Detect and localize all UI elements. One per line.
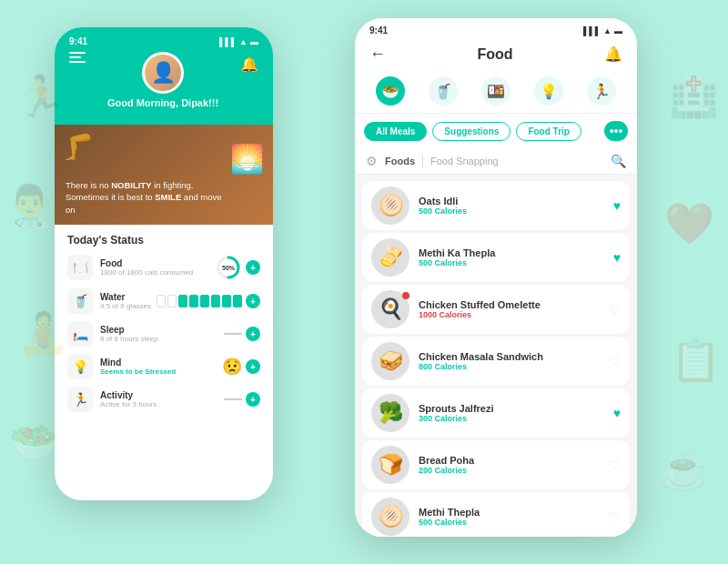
food-img-oats-idli: 🫓 [371, 186, 410, 225]
food-item-oats-idli[interactable]: 🫓 Oats Idli 500 Calories ♥ [362, 181, 630, 230]
food-snapping-text: Food Snapping [430, 156, 603, 166]
like-bread-poha[interactable]: ♡ [609, 458, 621, 472]
right-status-row: 9:41 ▌▌▌ ▲ ▬ [369, 25, 622, 35]
mind-label: Mind [100, 358, 222, 368]
tab-all-meals[interactable]: All Meals [364, 122, 427, 141]
sleep-sub: 8 of 8 hours sleep [100, 335, 224, 343]
mind-add-button[interactable]: + [246, 359, 260, 374]
food-cal-methi-thepla: 500 Calories [419, 258, 604, 267]
food-cal-oats-idli: 500 Calories [419, 206, 604, 216]
back-button[interactable]: ← [369, 45, 386, 64]
bg-doctor-icon: 👨‍⚕️ [5, 182, 55, 229]
category-meal-icon[interactable]: 🍱 [481, 76, 511, 106]
signal-icon: ▌▌▌ [219, 37, 237, 46]
food-item-chicken-omelette[interactable]: 🍳 Chicken Stuffed Omelette 1000 Calories… [362, 285, 630, 334]
bg-food-icon: 🥗 [9, 418, 59, 466]
bg-clipboard-icon: 📋 [671, 337, 721, 384]
greeting-text: Good Morning, Dipak!!! [107, 97, 218, 108]
left-time: 9:41 [69, 36, 87, 46]
activity-add-button[interactable]: + [246, 392, 260, 407]
mind-emoji: 😟 [222, 357, 242, 377]
food-details-chicken-sandwich: Chicken Masala Sandwich 800 Calories [419, 351, 600, 371]
sleep-progress [224, 333, 242, 335]
filter-tabs: All Meals Suggestions Food Trip ••• [355, 114, 637, 148]
like-chicken-sandwich[interactable]: ♡ [609, 354, 621, 368]
food-add-button[interactable]: + [246, 260, 260, 275]
food-cal-sprouts: 300 Calories [419, 414, 604, 423]
glass-3 [178, 295, 187, 307]
left-status-icons: ▌▌▌ ▲ ▬ [219, 37, 258, 46]
food-item-methi-thepla[interactable]: 🫔 Methi Ka Thepla 500 Calories ♥ [362, 233, 630, 282]
like-sprouts[interactable]: ♥ [613, 406, 621, 420]
water-label: Water [100, 292, 157, 302]
like-chicken-omelette[interactable]: ♡ [609, 302, 621, 317]
banner-quote: There is no NOBILITY in fighting. Someti… [66, 179, 228, 216]
food-item-methi-thepla2[interactable]: 🫓 Methi Thepla 500 Calories ♡ [362, 492, 630, 537]
glass-8 [233, 295, 242, 307]
food-details-bread-poha: Bread Poha 200 Calories [419, 455, 600, 475]
avatar-section: 👤 Good Morning, Dipak!!! [86, 52, 240, 117]
category-drink-icon[interactable]: 🥤 [429, 76, 458, 106]
glass-5 [200, 295, 209, 307]
food-name-methi-thepla2: Methi Thepla [419, 507, 600, 518]
search-divider [422, 155, 423, 167]
water-status-info: Water 4.5 of 8 glasses [100, 292, 157, 310]
food-status-icon: 🍽️ [67, 255, 93, 280]
glass-4 [189, 295, 198, 307]
food-details-oats-idli: Oats Idli 500 Calories [419, 196, 604, 216]
mind-status-info: Mind Seems to be Stressed [100, 358, 222, 376]
activity-status-icon: 🏃 [67, 387, 93, 412]
like-methi-thepla[interactable]: ♥ [613, 250, 621, 265]
food-details-sprouts: Sprouts Jalfrezi 300 Calories [419, 403, 604, 423]
food-item-bread-poha[interactable]: 🍞 Bread Poha 200 Calories ♡ [362, 440, 630, 489]
filter-icon[interactable]: ⚙ [366, 154, 378, 168]
food-cal-chicken-omelette: 1000 Calories [419, 310, 600, 319]
mind-sub: Seems to be Stressed [100, 368, 222, 376]
food-name-sprouts: Sprouts Jalfrezi [419, 403, 604, 414]
status-sleep-item: 🛏️ Sleep 8 of 8 hours sleep + [67, 321, 260, 347]
food-item-chicken-sandwich[interactable]: 🥪 Chicken Masala Sandwich 800 Calories ♡ [362, 337, 630, 386]
tab-food-trip[interactable]: Food Trip [516, 122, 581, 141]
food-name-chicken-sandwich: Chicken Masala Sandwich [419, 351, 600, 362]
status-mind-item: 💡 Mind Seems to be Stressed 😟 + [67, 354, 260, 379]
banner-legs-icon: 🦵 [62, 132, 94, 162]
status-title: Today's Status [67, 234, 260, 247]
search-row: ⚙ Foods Food Snapping 🔍 [355, 148, 637, 175]
sleep-add-button[interactable]: + [246, 327, 260, 341]
tab-more-button[interactable]: ••• [604, 121, 628, 141]
bg-heart-icon: ❤️ [664, 200, 714, 247]
category-mind-icon[interactable]: 💡 [534, 76, 563, 106]
food-name-oats-idli: Oats Idli [419, 196, 604, 206]
status-food-item: 🍽️ Food 1800 of 1800 cals consumed 50% + [67, 254, 260, 281]
notification-bell-icon[interactable]: 🔔 [240, 55, 258, 73]
like-oats-idli[interactable]: ♥ [613, 198, 621, 213]
food-img-bread-poha: 🍞 [371, 446, 410, 484]
water-glasses [157, 295, 242, 307]
category-food-icon[interactable]: 🥗 [376, 76, 405, 106]
food-cal-methi-thepla2: 500 Calories [419, 518, 600, 527]
motivational-banner: 🦵 🌅 There is no NOBILITY in fighting. So… [55, 125, 273, 225]
water-status-icon: 🥤 [67, 288, 93, 314]
food-cal-bread-poha: 200 Calories [419, 466, 600, 475]
food-img-methi-thepla: 🫔 [371, 238, 410, 277]
food-sub: 1800 of 1800 cals consumed [100, 268, 215, 277]
search-icon[interactable]: 🔍 [611, 154, 626, 168]
left-phone: 9:41 ▌▌▌ ▲ ▬ 👤 Good Morning, Dipak!!! 🔔 … [55, 27, 273, 500]
water-add-button[interactable]: + [246, 294, 260, 308]
right-bell-icon[interactable]: 🔔 [604, 45, 622, 63]
status-section: Today's Status 🍽️ Food 1800 of 1800 cals… [55, 225, 273, 500]
right-top-bar: 9:41 ▌▌▌ ▲ ▬ [355, 18, 637, 39]
category-activity-icon[interactable]: 🏃 [587, 76, 616, 106]
food-progress: 50% [215, 254, 242, 281]
like-methi-thepla2[interactable]: ♡ [609, 509, 621, 524]
left-status-row: 9:41 ▌▌▌ ▲ ▬ [69, 36, 258, 46]
food-item-sprouts[interactable]: 🥦 Sprouts Jalfrezi 300 Calories ♥ [362, 388, 630, 438]
menu-button[interactable] [69, 52, 86, 63]
sleep-status-icon: 🛏️ [67, 321, 93, 347]
red-dot-chicken [402, 292, 410, 299]
food-details-methi-thepla2: Methi Thepla 500 Calories [419, 507, 600, 527]
category-row: 🥗 🥤 🍱 💡 🏃 [355, 71, 637, 114]
tab-suggestions[interactable]: Suggestions [432, 122, 511, 141]
sun-icon: 🌅 [230, 143, 264, 175]
right-time: 9:41 [369, 25, 388, 35]
